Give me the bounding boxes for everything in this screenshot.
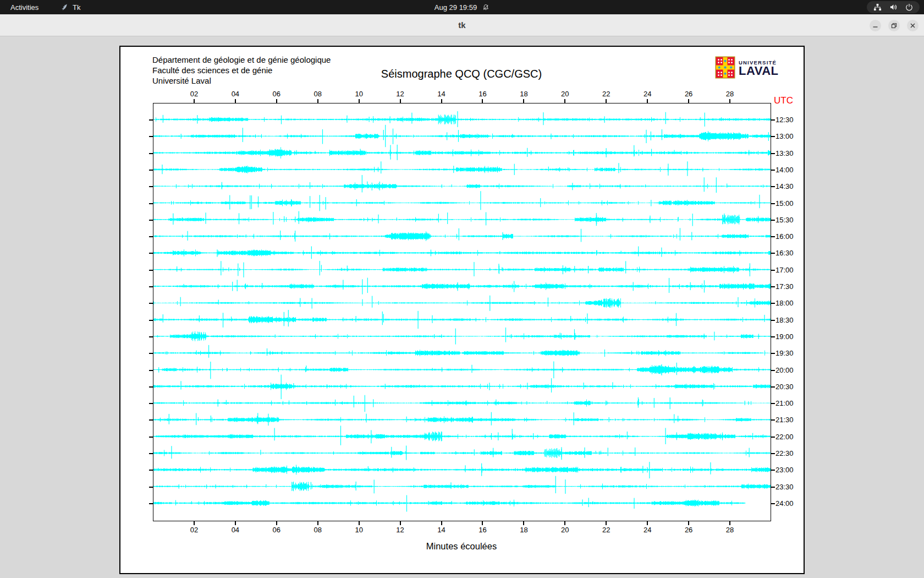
x-tick-label-bottom: 02 [183, 526, 205, 534]
x-tick-bottom [606, 521, 607, 525]
x-tick-top [400, 99, 401, 103]
row-tick-right [771, 253, 775, 254]
window-title-bar[interactable]: tk [0, 14, 924, 36]
x-tick-label-bottom: 24 [636, 526, 658, 534]
x-tick-bottom [194, 521, 195, 525]
row-tick-left [149, 203, 153, 204]
utc-time-label: 15:00 [776, 199, 794, 208]
x-tick-label-top: 16 [471, 90, 493, 98]
row-tick-right [771, 336, 775, 337]
x-tick-label-top: 04 [224, 90, 246, 98]
x-tick-label-top: 18 [513, 90, 535, 98]
x-tick-top [359, 99, 360, 103]
power-icon [905, 3, 913, 11]
x-tick-label-bottom: 26 [678, 526, 700, 534]
row-tick-right [771, 220, 775, 221]
row-tick-right [771, 136, 775, 137]
app-indicator-label: Tk [73, 3, 80, 12]
maximize-button[interactable] [888, 20, 900, 31]
x-tick-top [729, 99, 730, 103]
logo-text-laval: LAVAL [739, 66, 779, 77]
row-tick-left [149, 186, 153, 187]
utc-time-label: 21:30 [776, 416, 794, 424]
row-tick-left [149, 503, 153, 504]
row-tick-right [771, 119, 775, 121]
x-tick-label-top: 24 [636, 90, 658, 98]
x-tick-label-top: 26 [678, 90, 700, 98]
row-tick-left [149, 270, 153, 271]
x-tick-top [317, 99, 318, 103]
row-tick-right [771, 470, 775, 471]
utc-time-label: 13:00 [776, 132, 794, 140]
activities-button[interactable]: Activities [6, 0, 43, 14]
row-tick-left [149, 353, 153, 354]
row-tick-left [149, 403, 153, 404]
row-tick-right [771, 437, 775, 438]
close-button[interactable] [907, 20, 919, 31]
x-axis-title: Minutes écoulées [153, 541, 770, 552]
desktop-screen: Activities Tk Aug 29 19:59 [0, 0, 924, 578]
row-tick-right [771, 303, 775, 304]
utc-time-label: 14:30 [776, 182, 794, 190]
utc-time-label: 12:30 [776, 116, 794, 124]
row-tick-right [771, 403, 775, 404]
x-tick-top [441, 99, 442, 103]
x-tick-label-bottom: 18 [513, 526, 535, 534]
clock-button[interactable]: Aug 29 19:59 [429, 0, 495, 14]
x-tick-label-top: 02 [183, 90, 205, 98]
clock-text: Aug 29 19:59 [435, 3, 477, 12]
x-tick-bottom [647, 521, 648, 525]
row-tick-right [771, 186, 775, 187]
x-tick-label-bottom: 10 [348, 526, 370, 534]
utc-time-label: 19:30 [776, 349, 794, 357]
row-tick-left [149, 386, 153, 388]
window-title: tk [458, 20, 465, 30]
minimize-button[interactable] [870, 20, 881, 31]
tk-feather-icon [61, 3, 69, 12]
utc-time-label: 17:30 [776, 282, 794, 291]
notifications-off-icon [482, 4, 490, 11]
utc-time-label: 16:00 [776, 232, 794, 241]
address-line-1: Département de géologie et de génie géol… [152, 54, 331, 65]
row-tick-left [149, 119, 153, 121]
system-tray[interactable] [867, 1, 920, 13]
tk-app-window: Département de géologie et de génie géol… [119, 46, 805, 574]
x-tick-top [647, 99, 648, 103]
row-tick-right [771, 453, 775, 454]
x-tick-bottom [523, 521, 524, 525]
x-tick-label-top: 06 [266, 90, 288, 98]
utc-time-label: 13:30 [776, 149, 794, 157]
x-tick-label-bottom: 12 [389, 526, 411, 534]
x-tick-label-top: 12 [389, 90, 411, 98]
seismogram-plot-frame [153, 103, 771, 521]
row-tick-left [149, 487, 153, 488]
network-icon [873, 3, 882, 11]
x-tick-bottom [441, 521, 442, 525]
row-tick-left [149, 286, 153, 287]
row-tick-left [149, 220, 153, 221]
utc-time-label: 23:00 [776, 466, 794, 474]
x-tick-label-top: 08 [307, 90, 329, 98]
row-tick-right [771, 503, 775, 504]
laval-shield-icon [715, 56, 735, 81]
app-indicator[interactable]: Tk [56, 0, 85, 14]
row-tick-right [771, 320, 775, 321]
x-tick-bottom [564, 521, 565, 525]
row-tick-left [149, 470, 153, 471]
row-tick-right [771, 487, 775, 488]
utc-time-label: 20:30 [776, 383, 794, 391]
utc-time-label: 15:30 [776, 216, 794, 224]
x-tick-label-top: 10 [348, 90, 370, 98]
gnome-top-bar: Activities Tk Aug 29 19:59 [0, 0, 924, 14]
x-tick-label-bottom: 14 [431, 526, 453, 534]
x-tick-label-bottom: 28 [719, 526, 741, 534]
row-tick-right [771, 203, 775, 204]
utc-time-label: 18:30 [776, 316, 794, 324]
x-tick-bottom [235, 521, 236, 525]
x-tick-bottom [729, 521, 730, 525]
row-tick-right [771, 386, 775, 388]
x-tick-label-bottom: 20 [554, 526, 576, 534]
utc-time-label: 18:00 [776, 299, 794, 307]
x-tick-label-bottom: 22 [595, 526, 617, 534]
row-tick-right [771, 170, 775, 171]
